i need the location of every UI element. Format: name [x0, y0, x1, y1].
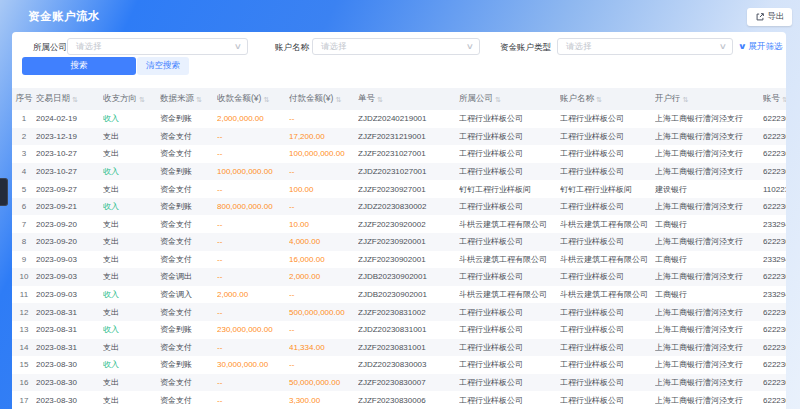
cell-account-name: 工程行业样板公司 [560, 201, 655, 212]
sort-icon[interactable]: ⇅ [782, 96, 786, 103]
cell-index: 9 [12, 255, 36, 264]
column-header-receive-amount[interactable]: 收款金额(¥)⇅ [217, 93, 289, 105]
cell-account-no: 622230111 [763, 167, 786, 176]
cell-company: 工程行业样板公司 [459, 271, 560, 282]
table-row: 32023-10-27支出资金支付--100,000,000.00ZJZF202… [12, 145, 786, 163]
table-row: 52023-09-27支出资金支付--100.00ZJZF20230927001… [12, 180, 786, 198]
cell-order-no: ZJZF20230920001 [358, 237, 459, 246]
column-label: 单号 [358, 93, 375, 105]
cell-trade-date: 2023-08-31 [36, 325, 103, 334]
cell-bank: 上海工商银行漕河泾支行 [655, 377, 763, 388]
sort-icon[interactable]: ⇅ [377, 96, 383, 103]
cell-bank: 建设银行 [655, 184, 763, 195]
cell-trade-date: 2023-09-20 [36, 237, 103, 246]
column-header-pay-amount[interactable]: 付款金额(¥)⇅ [289, 93, 358, 105]
table-row: 142023-08-31支出资金支付--41,334.00ZJZF2023083… [12, 339, 786, 357]
cell-order-no: ZJZF20230920002 [358, 220, 459, 229]
cell-account-name: 斗栱云建筑工程有限公司 [560, 254, 655, 265]
cell-account-name: 工程行业样板公司 [560, 395, 655, 406]
cell-pay-amount: -- [289, 114, 358, 123]
cell-direction: 支出 [103, 131, 160, 142]
cell-bank: 上海工商银行漕河泾支行 [655, 131, 763, 142]
cell-receive-amount: -- [217, 396, 289, 405]
column-header-account-name[interactable]: 账户名称⇅ [560, 93, 655, 105]
cell-order-no: ZJZF20230927001 [358, 185, 459, 194]
cell-company: 斗栱云建筑工程有限公司 [459, 289, 560, 300]
cell-direction: 支出 [103, 377, 160, 388]
sort-icon[interactable]: ⇅ [335, 96, 341, 103]
column-header-company[interactable]: 所属公司⇅ [459, 93, 560, 105]
cell-source: 资金支付 [160, 219, 217, 230]
cell-source: 资金调入 [160, 289, 217, 300]
cell-company: 工程行业样板公司 [459, 236, 560, 247]
expand-filters-link[interactable]: ∨ 展开筛选 [739, 41, 783, 53]
cell-source: 资金到账 [160, 359, 217, 370]
cell-pay-amount: 500,000,000.00 [289, 308, 358, 317]
cell-order-no: ZJDZ20230831001 [358, 325, 459, 334]
sort-icon[interactable]: ⇅ [72, 96, 78, 103]
column-header-direction[interactable]: 收支方向⇅ [103, 93, 160, 105]
cell-pay-amount: 100.00 [289, 185, 358, 194]
cell-order-no: ZJDZ20230830002 [358, 202, 459, 211]
cell-receive-amount: -- [217, 185, 289, 194]
cell-index: 5 [12, 185, 36, 194]
cell-trade-date: 2023-10-27 [36, 149, 103, 158]
cell-direction: 支出 [103, 395, 160, 406]
cell-direction: 支出 [103, 271, 160, 282]
cell-source: 资金支付 [160, 342, 217, 353]
cell-pay-amount: 17,200.00 [289, 132, 358, 141]
cell-bank: 上海工商银行漕河泾支行 [655, 359, 763, 370]
cell-company: 工程行业样板公司 [459, 377, 560, 388]
cell-account-no: 622230111 [763, 343, 786, 352]
cell-trade-date: 2023-10-27 [36, 167, 103, 176]
column-header-order-no[interactable]: 单号⇅ [358, 93, 459, 105]
sort-icon[interactable]: ⇅ [683, 96, 689, 103]
cell-account-name: 钉钉工程行业样板间 [560, 184, 655, 195]
search-button[interactable]: 搜索 [22, 57, 136, 75]
table-row: 72023-09-20支出资金支付--10.00ZJZF20230920002斗… [12, 215, 786, 233]
cell-account-no: 23329499 [763, 290, 786, 299]
cell-direction: 支出 [103, 342, 160, 353]
cell-account-name: 工程行业样板公司 [560, 307, 655, 318]
sort-icon[interactable]: ⇅ [495, 96, 501, 103]
column-header-account-no[interactable]: 账号⇅ [763, 93, 786, 105]
sort-icon[interactable]: ⇅ [196, 96, 202, 103]
table-row: 122023-08-31支出资金支付--500,000,000.00ZJZF20… [12, 303, 786, 321]
sort-icon[interactable]: ⇅ [596, 96, 602, 103]
column-header-bank[interactable]: 开户行⇅ [655, 93, 763, 105]
column-label: 收款金额(¥) [217, 93, 261, 105]
account-type-filter-placeholder: 请选择 [566, 41, 592, 53]
cell-account-name: 斗栱云建筑工程有限公司 [560, 289, 655, 300]
cell-direction: 收入 [103, 166, 160, 177]
drawer-handle[interactable] [0, 178, 8, 206]
column-header-trade-date[interactable]: 交易日期⇅ [36, 93, 103, 105]
account-type-filter-label: 资金账户类型 [500, 42, 551, 54]
account-name-filter-select[interactable]: 请选择 ∨ [312, 38, 480, 55]
cell-bank: 上海工商银行漕河泾支行 [655, 201, 763, 212]
cell-direction: 支出 [103, 236, 160, 247]
company-filter-select[interactable]: 请选择 ∨ [67, 38, 248, 55]
cell-bank: 上海工商银行漕河泾支行 [655, 148, 763, 159]
table-row: 82023-09-20支出资金支付--4,000.00ZJZF202309200… [12, 233, 786, 251]
cell-account-name: 工程行业样板公司 [560, 377, 655, 388]
column-label: 交易日期 [36, 93, 70, 105]
clear-search-button[interactable]: 清空搜索 [137, 57, 189, 75]
cell-index: 4 [12, 167, 36, 176]
cell-pay-amount: 4,000.00 [289, 237, 358, 246]
account-type-filter-select[interactable]: 请选择 ∨ [557, 38, 733, 55]
cell-trade-date: 2023-08-31 [36, 308, 103, 317]
cell-pay-amount: 41,334.00 [289, 343, 358, 352]
sort-icon[interactable]: ⇅ [139, 96, 145, 103]
cell-source: 资金支付 [160, 184, 217, 195]
cell-index: 3 [12, 149, 36, 158]
cell-index: 2 [12, 132, 36, 141]
cell-order-no: ZJZF20230831002 [358, 308, 459, 317]
export-button[interactable]: 导出 [747, 8, 792, 26]
table-body: 12024-02-19收入资金到账2,000,000.00--ZJDZ20240… [12, 110, 786, 409]
cell-bank: 上海工商银行漕河泾支行 [655, 324, 763, 335]
cell-trade-date: 2023-08-30 [36, 378, 103, 387]
column-header-source[interactable]: 数据来源⇅ [160, 93, 217, 105]
cell-company: 工程行业样板公司 [459, 131, 560, 142]
sort-icon[interactable]: ⇅ [263, 96, 269, 103]
cell-company: 工程行业样板公司 [459, 113, 560, 124]
